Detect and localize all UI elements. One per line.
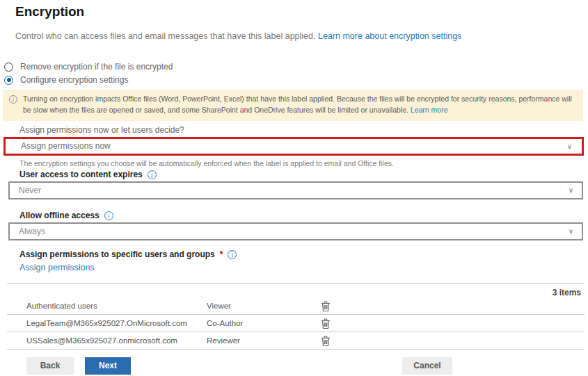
info-icon[interactable]: i: [228, 250, 237, 259]
expires-label: User access to content expires: [19, 170, 143, 179]
table-row: LegalTeam@M365x925027.OnMicrosoft.com Co…: [7, 315, 585, 332]
back-button[interactable]: Back: [26, 357, 74, 375]
offline-label-row: Allow offline access i: [19, 211, 113, 220]
encryption-info-banner: i Turning on encryption impacts Office f…: [3, 90, 583, 121]
banner-learn-more-link[interactable]: Learn more: [411, 106, 448, 114]
required-asterisk: *: [220, 250, 223, 259]
permission-cell: Viewer: [207, 297, 231, 315]
learn-more-encryption-link[interactable]: Learn more about encryption settings: [318, 31, 461, 41]
assign-mode-value: Assign permissions now: [21, 141, 111, 151]
assign-mode-label: Assign permissions now or let users deci…: [19, 125, 184, 135]
expires-value: Never: [19, 186, 41, 195]
assign-permissions-link[interactable]: Assign permissions: [19, 263, 95, 272]
table-row: Authenticated users Viewer: [7, 297, 585, 315]
info-icon[interactable]: i: [148, 170, 157, 179]
permission-cell: Co-Author: [207, 315, 243, 332]
expires-label-row: User access to content expires i: [19, 170, 157, 179]
offline-select[interactable]: Always ∨: [8, 222, 583, 240]
assign-mode-helper-text: The encryption settings you choose will …: [19, 159, 394, 167]
radio-icon: [4, 63, 13, 72]
chevron-down-icon: ∨: [567, 139, 572, 154]
assign-users-label: Assign permissions to specific users and…: [19, 250, 215, 259]
page-description: Control who can access files and email m…: [15, 31, 461, 41]
offline-value: Always: [19, 227, 45, 236]
info-icon[interactable]: i: [104, 211, 113, 220]
assign-mode-select[interactable]: Assign permissions now ∨: [3, 137, 584, 156]
items-count: 3 items: [553, 288, 581, 297]
radio-configure-encryption[interactable]: Configure encryption settings: [4, 74, 128, 85]
user-cell: USSales@M365x925027.onmicrosoft.com: [26, 332, 177, 350]
radio-icon: [4, 76, 13, 85]
assign-users-label-row: Assign permissions to specific users and…: [19, 250, 237, 259]
trash-icon[interactable]: [320, 318, 333, 330]
user-cell: Authenticated users: [26, 297, 97, 315]
trash-icon[interactable]: [320, 335, 333, 348]
banner-text: Turning on encryption impacts Office fil…: [23, 95, 572, 114]
trash-icon[interactable]: [320, 300, 333, 313]
radio-remove-encryption[interactable]: Remove encryption if the file is encrypt…: [4, 61, 173, 72]
page-description-text: Control who can access files and email m…: [15, 31, 316, 41]
radio-label: Configure encryption settings: [20, 75, 128, 85]
radio-label: Remove encryption if the file is encrypt…: [20, 62, 173, 72]
cancel-button[interactable]: Cancel: [402, 357, 452, 375]
chevron-down-icon: ∨: [569, 183, 573, 198]
expires-select[interactable]: Never ∨: [8, 181, 583, 199]
banner-text-wrap: Turning on encryption impacts Office fil…: [23, 94, 576, 116]
chevron-down-icon: ∨: [569, 224, 573, 239]
page-title: Encryption: [15, 4, 84, 19]
table-top-divider: [7, 283, 585, 284]
permission-cell: Reviewer: [207, 332, 240, 350]
user-cell: LegalTeam@M365x925027.OnMicrosoft.com: [26, 315, 187, 332]
table-row: USSales@M365x925027.onmicrosoft.com Revi…: [7, 332, 585, 350]
info-icon: i: [9, 95, 17, 104]
offline-label: Allow offline access: [19, 211, 100, 220]
next-button[interactable]: Next: [85, 357, 131, 375]
